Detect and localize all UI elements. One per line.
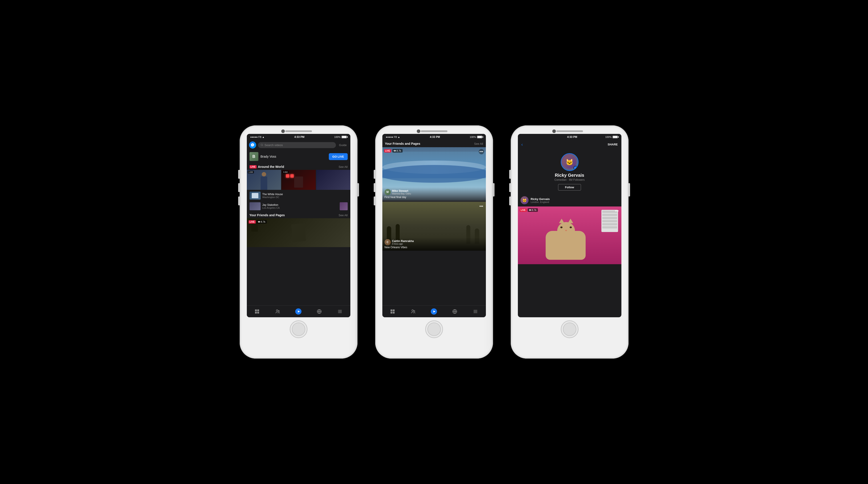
video-street: ••• C Caitlin Ramrakha 3 mins ago New Or… bbox=[382, 202, 486, 251]
status-bar-3: 4:33 PM 100% bbox=[518, 134, 621, 140]
phones-container: ●●●●● FB ▲ 4:33 PM 100% bbox=[226, 112, 642, 372]
volume-up-button[interactable] bbox=[238, 170, 240, 179]
tab-friends[interactable] bbox=[275, 309, 281, 315]
front-camera-2 bbox=[417, 129, 420, 133]
post-video[interactable]: LIVE 8.7k ••• bbox=[518, 206, 621, 264]
tab-bar-2 bbox=[382, 305, 486, 317]
svg-rect-18 bbox=[391, 309, 392, 311]
follow-button[interactable]: Follow bbox=[558, 184, 581, 191]
tab-menu[interactable] bbox=[337, 309, 343, 315]
p2-see-all[interactable]: See All bbox=[474, 142, 483, 146]
post-live-indicator: LIVE 8.7k bbox=[520, 208, 538, 212]
view-count-1: 1.6M bbox=[248, 171, 254, 173]
home-button-2[interactable] bbox=[425, 320, 443, 338]
status-time-2: 4:33 PM bbox=[430, 135, 440, 138]
search-bar[interactable]: Search videos bbox=[258, 142, 336, 148]
tab-globe[interactable] bbox=[316, 309, 322, 315]
ocean-live-badge: LIVE bbox=[384, 149, 391, 153]
svg-rect-19 bbox=[393, 309, 395, 311]
profile-section: 🐱 ✓ Ricky Gervais Comedian · 4M Follower… bbox=[518, 149, 621, 194]
profile-avatar: 🐱 ✓ bbox=[561, 153, 579, 171]
phone-1-screen: ●●●●● FB ▲ 4:33 PM 100% bbox=[247, 134, 350, 317]
post-live-badge: LIVE bbox=[520, 208, 527, 212]
power-button[interactable] bbox=[358, 183, 359, 196]
wifi-icon-2: ▲ bbox=[398, 136, 400, 138]
tab-feed[interactable] bbox=[254, 309, 260, 315]
video-grid: 1.6M 3.6M bbox=[247, 170, 350, 190]
share-button[interactable]: SHARE bbox=[608, 143, 618, 146]
phone-3: 4:33 PM 100% ‹ SHARE 🐱 ✓ bbox=[511, 125, 628, 359]
search-placeholder: Search videos bbox=[265, 143, 283, 147]
white-house-name: The White House bbox=[262, 193, 348, 196]
ocean-user-info: Mike Stewart Waimea Bay, Oahu bbox=[392, 189, 411, 195]
volume-up-button-3[interactable] bbox=[509, 170, 511, 179]
volume-up-button-2[interactable] bbox=[374, 170, 375, 179]
tab-play[interactable] bbox=[295, 309, 302, 315]
video-card-ocean[interactable]: LIVE 8.7k ••• M Mike Stewart Waimea Bay bbox=[382, 147, 486, 200]
home-button-1[interactable] bbox=[290, 320, 308, 338]
silent-button[interactable] bbox=[238, 196, 240, 205]
power-button-2[interactable] bbox=[493, 183, 495, 196]
post-user-name: Ricky Gervais bbox=[531, 197, 550, 201]
back-button[interactable]: ‹ bbox=[521, 142, 523, 147]
tab-friends-2[interactable] bbox=[410, 309, 416, 315]
friends-video-preview[interactable]: LIVE 8.7k bbox=[247, 218, 350, 247]
tab-globe-2[interactable] bbox=[452, 309, 458, 315]
svg-rect-7 bbox=[257, 312, 259, 313]
street-user-name: Caitlin Ramrakha bbox=[392, 239, 414, 243]
post-user-info: Ricky Gervais London, England bbox=[531, 197, 550, 203]
status-battery-2: 100% bbox=[470, 136, 482, 138]
ocean-user-avatar: M bbox=[384, 189, 391, 195]
home-button-3[interactable] bbox=[561, 320, 579, 338]
battery-label: 100% bbox=[334, 136, 340, 138]
battery-icon-3 bbox=[613, 136, 618, 138]
svg-point-0 bbox=[261, 144, 262, 146]
status-signal-2: ●●●●● FB ▲ bbox=[386, 136, 400, 138]
post-avatar: 🐱 bbox=[521, 196, 529, 204]
friends-pages-see-all[interactable]: See All bbox=[339, 214, 347, 217]
post-user-location: London, England bbox=[531, 201, 550, 203]
video-card-street[interactable]: ••• C Caitlin Ramrakha 3 mins ago New Or… bbox=[382, 202, 486, 251]
go-live-button[interactable]: GO LIVE bbox=[329, 153, 348, 160]
around-world-see-all[interactable]: See All bbox=[339, 165, 347, 168]
svg-point-3 bbox=[258, 221, 259, 222]
tab-play-2[interactable] bbox=[431, 309, 437, 315]
volume-down-button[interactable] bbox=[238, 183, 240, 192]
volume-down-button-3[interactable] bbox=[509, 183, 511, 192]
street-overlay: C Caitlin Ramrakha 3 mins ago New Orlean… bbox=[382, 237, 486, 251]
tab-feed-2[interactable] bbox=[390, 309, 396, 315]
friends-view-count: 8.7k bbox=[257, 220, 267, 224]
post-view-count: 8.7k bbox=[528, 208, 538, 212]
jay-location: Los Angeles CA bbox=[262, 206, 338, 209]
power-button-3[interactable] bbox=[628, 183, 630, 196]
tab-menu-2[interactable] bbox=[472, 309, 478, 315]
ocean-user-name: Mike Stewart bbox=[392, 189, 411, 193]
status-time: 4:33 PM bbox=[294, 135, 304, 138]
video-thumb-2[interactable]: 3.6M bbox=[281, 170, 316, 190]
messenger-icon[interactable] bbox=[249, 141, 256, 149]
friends-live-indicator: LIVE 8.7k bbox=[249, 220, 267, 224]
volume-down-button-2[interactable] bbox=[374, 183, 375, 192]
video-thumb-1[interactable]: 1.6M bbox=[247, 170, 281, 190]
white-house-info: The White House Washington DC bbox=[262, 193, 348, 198]
guide-button[interactable]: Guide bbox=[338, 142, 348, 148]
post-more-button[interactable]: ••• bbox=[614, 208, 620, 214]
street-user-info: Caitlin Ramrakha 3 mins ago bbox=[392, 239, 414, 245]
section-title-live: LIVE Around the World bbox=[249, 165, 284, 168]
street-user-avatar: C bbox=[384, 239, 391, 245]
svg-point-31 bbox=[530, 209, 530, 210]
around-world-title: Around the World bbox=[258, 165, 284, 168]
silent-button-3[interactable] bbox=[509, 196, 511, 205]
status-bar-1: ●●●●● FB ▲ 4:33 PM 100% bbox=[247, 134, 350, 140]
street-more-button[interactable]: ••• bbox=[479, 203, 484, 209]
ocean-more-button[interactable]: ••• bbox=[479, 149, 484, 154]
friends-live-badge: LIVE bbox=[249, 220, 256, 224]
video-thumb-3[interactable] bbox=[316, 170, 350, 190]
around-world-header: LIVE Around the World See All bbox=[247, 163, 350, 170]
silent-button-2[interactable] bbox=[374, 196, 375, 205]
page-list-jay[interactable]: Jay Stakelton Los Angeles CA bbox=[247, 201, 350, 212]
svg-rect-4 bbox=[255, 309, 257, 311]
p1-search-header: Search videos Guide bbox=[247, 140, 350, 150]
page-list-white-house[interactable]: The White House Washington DC bbox=[247, 190, 350, 201]
post-header: 🐱 Ricky Gervais London, England bbox=[518, 194, 621, 206]
